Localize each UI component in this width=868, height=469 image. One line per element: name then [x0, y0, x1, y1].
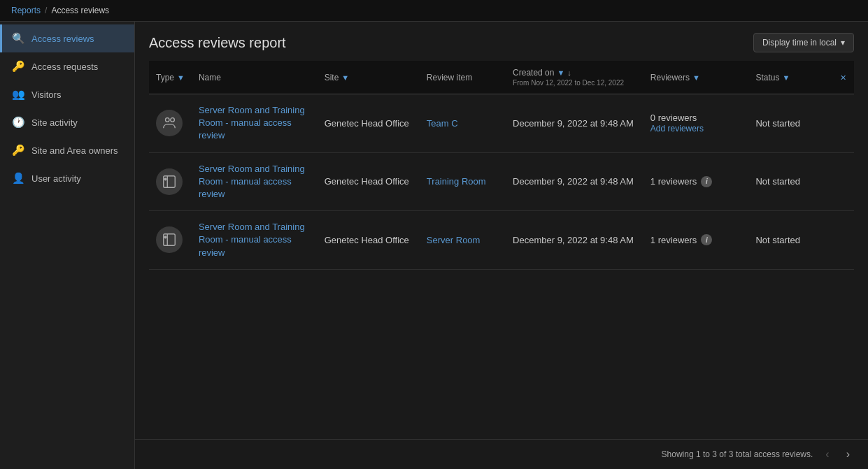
reviewers-filter-icon[interactable]: ▼: [692, 73, 700, 82]
sidebar-item-label: Access requests: [31, 62, 98, 72]
sidebar-item-label: User activity: [31, 173, 81, 184]
row1-review-item-cell: Team C: [420, 94, 506, 153]
col-created-on-header: Created on ▼ ↓ From Nov 12, 2022 to Dec …: [506, 61, 643, 94]
next-page-button[interactable]: ›: [842, 447, 854, 462]
svg-point-4: [164, 178, 166, 180]
user-activity-icon: 👤: [12, 172, 24, 185]
sidebar-item-label: Site activity: [31, 117, 78, 128]
row2-review-item-link[interactable]: Training Room: [427, 176, 486, 187]
svg-point-1: [171, 118, 175, 122]
row3-site-cell: Genetec Head Office: [318, 211, 420, 270]
row2-site-cell: Genetec Head Office: [318, 152, 420, 211]
display-time-button[interactable]: Display time in local ▾: [753, 33, 854, 52]
row3-reviewers-cell: 1 reviewers i: [643, 211, 749, 270]
col-reviewers-header: Reviewers ▼: [643, 61, 749, 94]
breadcrumb-current: Access reviews: [51, 6, 109, 15]
svg-point-0: [166, 118, 170, 122]
col-status-header: Status ▼: [748, 61, 833, 94]
chevron-down-icon: ▾: [841, 38, 845, 48]
row3-name-cell: Server Room and Training Room - manual a…: [192, 211, 318, 270]
sidebar-item-access-reviews[interactable]: 🔍 Access reviews: [0, 24, 134, 52]
col-clear-filters-header[interactable]: ✕: [833, 61, 854, 94]
sidebar-item-label: Visitors: [31, 89, 61, 100]
breadcrumb: Reports / Access reviews: [0, 0, 868, 22]
row3-review-item-cell: Server Room: [420, 211, 506, 270]
add-reviewers-link[interactable]: Add reviewers: [650, 124, 704, 134]
table-row: Server Room and Training Room - manual a…: [149, 94, 854, 153]
table-footer: Showing 1 to 3 of 3 total access reviews…: [135, 439, 868, 469]
sidebar-item-site-area-owners[interactable]: 🔑 Site and Area owners: [0, 136, 134, 164]
access-reviews-table: Type ▼ Name: [149, 61, 854, 270]
sidebar-item-label: Site and Area owners: [31, 145, 118, 156]
row1-created-on-cell: December 9, 2022 at 9:48 AM: [506, 94, 643, 153]
row1-type-cell: [149, 94, 192, 153]
row2-review-item-cell: Training Room: [420, 152, 506, 211]
row2-type-cell: [149, 152, 192, 211]
table-header-row: Type ▼ Name: [149, 61, 854, 94]
col-type-header: Type ▼: [149, 61, 192, 94]
table-row: Server Room and Training Room - manual a…: [149, 211, 854, 270]
svg-rect-5: [164, 234, 176, 246]
sidebar-item-site-activity[interactable]: 🕐 Site activity: [0, 108, 134, 136]
page-title: Access reviews report: [149, 35, 286, 51]
visitors-icon: 👥: [12, 88, 24, 101]
access-requests-icon: 🔑: [12, 60, 24, 73]
row3-review-item-link[interactable]: Server Room: [427, 235, 481, 245]
pagination-summary: Showing 1 to 3 of 3 total access reviews…: [662, 449, 813, 459]
sidebar: 🔍 Access reviews 🔑 Access requests 👥 Vis…: [0, 22, 135, 469]
clear-filters-icon[interactable]: ✕: [840, 73, 846, 82]
row2-name-cell: Server Room and Training Room - manual a…: [192, 152, 318, 211]
created-on-filter-icon[interactable]: ▼: [557, 68, 564, 77]
svg-point-7: [164, 236, 166, 238]
site-activity-icon: 🕐: [12, 116, 24, 129]
col-site-header: Site ▼: [318, 61, 420, 94]
prev-page-button[interactable]: ‹: [821, 447, 833, 462]
row1-review-item-link[interactable]: Team C: [427, 118, 458, 129]
row2-reviewers-info-icon[interactable]: i: [701, 176, 712, 187]
row1-type-icon: [156, 110, 183, 136]
table-container: Type ▼ Name: [135, 61, 868, 439]
row1-site-cell: Genetec Head Office: [318, 94, 420, 153]
sidebar-item-user-activity[interactable]: 👤 User activity: [0, 164, 134, 192]
sidebar-item-access-requests[interactable]: 🔑 Access requests: [0, 52, 134, 80]
sidebar-item-label: Access reviews: [31, 34, 94, 44]
site-area-owners-icon: 🔑: [12, 144, 24, 157]
row2-created-on-cell: December 9, 2022 at 9:48 AM: [506, 152, 643, 211]
table-row: Server Room and Training Room - manual a…: [149, 152, 854, 211]
row2-type-icon: [156, 168, 183, 195]
row3-type-icon: [156, 226, 183, 253]
content-area: Access reviews report Display time in lo…: [135, 22, 868, 469]
created-on-sort-icon[interactable]: ↓: [567, 68, 571, 77]
col-name-header: Name: [192, 61, 318, 94]
site-filter-icon[interactable]: ▼: [341, 73, 349, 82]
status-filter-icon[interactable]: ▼: [782, 73, 790, 82]
sidebar-item-visitors[interactable]: 👥 Visitors: [0, 80, 134, 108]
row1-status-cell: Not started: [748, 94, 833, 153]
col-review-item-header: Review item: [420, 61, 506, 94]
access-reviews-icon: 🔍: [12, 32, 24, 45]
row3-reviewers-info-icon[interactable]: i: [701, 234, 712, 245]
row3-type-cell: [149, 211, 192, 270]
content-header: Access reviews report Display time in lo…: [135, 22, 868, 61]
row2-status-cell: Not started: [748, 152, 833, 211]
row3-created-on-cell: December 9, 2022 at 9:48 AM: [506, 211, 643, 270]
row2-reviewers-cell: 1 reviewers i: [643, 152, 749, 211]
breadcrumb-parent[interactable]: Reports: [11, 6, 41, 15]
breadcrumb-separator: /: [45, 6, 47, 15]
type-filter-icon[interactable]: ▼: [177, 73, 185, 82]
row1-reviewers-cell: 0 reviewers Add reviewers: [643, 94, 749, 153]
row3-status-cell: Not started: [748, 211, 833, 270]
row1-name-cell: Server Room and Training Room - manual a…: [192, 94, 318, 153]
svg-rect-2: [164, 176, 176, 188]
